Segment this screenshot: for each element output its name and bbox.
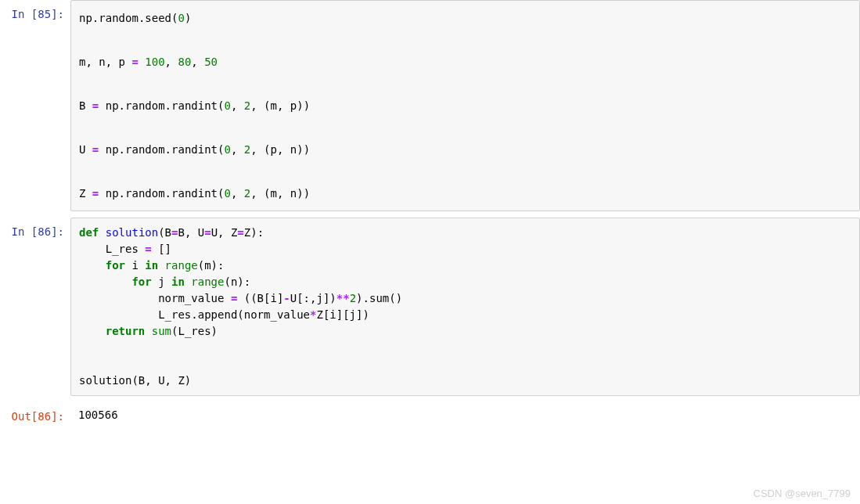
code-token: append	[198, 308, 238, 321]
code-token: **	[336, 292, 350, 304]
code-token: random	[99, 12, 139, 24]
code-token: range	[165, 259, 198, 272]
code-token: .	[165, 143, 171, 156]
code-token: in	[145, 259, 158, 272]
code-cell-85[interactable]: np.random.seed(0) m, n, p = 100, 80, 50 …	[70, 0, 860, 211]
code-token: np	[79, 12, 92, 24]
code-token: U	[79, 143, 92, 156]
code-token: ,	[231, 99, 244, 112]
code-token: for	[106, 259, 125, 272]
code-token: sum	[152, 325, 171, 337]
code-token: 0	[178, 12, 184, 24]
code-token: =	[237, 226, 243, 239]
code-token: j	[152, 275, 171, 288]
code-cell-86[interactable]: def solution(B=B, U=U, Z=Z): L_res = [] …	[70, 218, 860, 396]
code-token: np	[99, 99, 118, 112]
code-token: .	[191, 308, 197, 321]
prompt-in-85: In [85]:	[0, 0, 70, 211]
code-token: ,	[165, 56, 178, 68]
code-token: 0	[225, 99, 231, 112]
code-token: )	[185, 12, 191, 24]
code-token: ,	[191, 56, 204, 68]
code-token	[158, 259, 164, 272]
prompt-in-86: In [86]:	[0, 218, 70, 396]
code-token: np	[99, 143, 118, 156]
cell-in-86: In [86]: def solution(B=B, U=U, Z=Z): L_…	[0, 218, 860, 396]
code-token: .	[165, 187, 171, 200]
code-token: 100	[145, 56, 164, 68]
code-token	[79, 325, 106, 337]
code-token: ((B[i]	[237, 292, 283, 304]
code-token: sum	[369, 292, 389, 304]
code-token: (	[218, 187, 224, 200]
code-token: =	[145, 243, 151, 255]
code-token: norm_value	[79, 292, 231, 304]
code-token: ,	[231, 143, 244, 156]
code-token: random	[125, 99, 165, 112]
output-cell-86: 100566	[70, 402, 860, 427]
code-token: -	[283, 292, 290, 304]
code-token: 0	[225, 143, 231, 156]
code-token: =	[204, 226, 211, 239]
code-token: (	[218, 143, 224, 156]
code-token: Z[i][j])	[316, 308, 369, 321]
code-token: np	[99, 187, 118, 200]
code-token: (norm_value	[237, 308, 310, 321]
code-token: randint	[171, 187, 218, 200]
code-token: 2	[244, 99, 250, 112]
code-token: , (m, p))	[250, 99, 310, 112]
code-token	[79, 275, 131, 288]
code-token	[79, 259, 106, 272]
code-token: 50	[204, 56, 218, 68]
code-token: U[:,j])	[290, 292, 336, 304]
code-token: randint	[171, 99, 218, 112]
code-token: .	[165, 99, 171, 112]
code-token: (L_res)	[171, 325, 218, 337]
code-token: randint	[171, 143, 218, 156]
code-token: 0	[225, 187, 231, 200]
notebook: In [85]: np.random.seed(0) m, n, p = 100…	[0, 0, 860, 427]
code-token: random	[125, 143, 165, 156]
cell-out-86: Out[86]: 100566	[0, 402, 860, 427]
code-token: for	[131, 275, 151, 288]
prompt-out-86: Out[86]:	[0, 402, 70, 427]
code-token: seed	[145, 12, 171, 24]
code-token: U, Z	[211, 226, 238, 239]
code-token: return	[106, 325, 146, 337]
code-token: .	[363, 292, 369, 304]
code-token: (	[218, 99, 224, 112]
code-token: B	[79, 99, 92, 112]
code-token: (B	[158, 226, 171, 239]
code-token: .	[119, 187, 125, 200]
code-token	[99, 226, 105, 239]
code-token: 80	[178, 56, 191, 68]
code-token: Z	[79, 187, 92, 200]
code-token: 2	[244, 187, 250, 200]
code-token: def	[79, 226, 99, 239]
code-token: , (p, n))	[250, 143, 310, 156]
code-token: 2	[244, 143, 250, 156]
code-token: L_res	[79, 308, 191, 321]
code-token: =	[131, 56, 138, 68]
code-token: solution(B, U, Z)	[79, 374, 191, 387]
code-token: .	[119, 143, 125, 156]
code-token: B, U	[178, 226, 204, 239]
cell-in-85: In [85]: np.random.seed(0) m, n, p = 100…	[0, 0, 860, 211]
code-token: L_res	[79, 243, 145, 255]
code-token: ,	[231, 187, 244, 200]
code-token: ()	[389, 292, 402, 304]
code-token: i	[125, 259, 145, 272]
code-token: m, n, p	[79, 56, 131, 68]
code-token	[145, 325, 151, 337]
code-token: , (m, n))	[250, 187, 310, 200]
code-token: (m):	[198, 259, 225, 272]
code-token: []	[152, 243, 171, 255]
code-token: )	[356, 292, 362, 304]
code-token: random	[125, 187, 165, 200]
code-token: 2	[350, 292, 356, 304]
code-token: range	[191, 275, 224, 288]
code-token: (n):	[224, 275, 250, 288]
code-token: in	[171, 275, 185, 288]
code-token: Z):	[244, 226, 264, 239]
code-token: solution	[106, 226, 158, 239]
